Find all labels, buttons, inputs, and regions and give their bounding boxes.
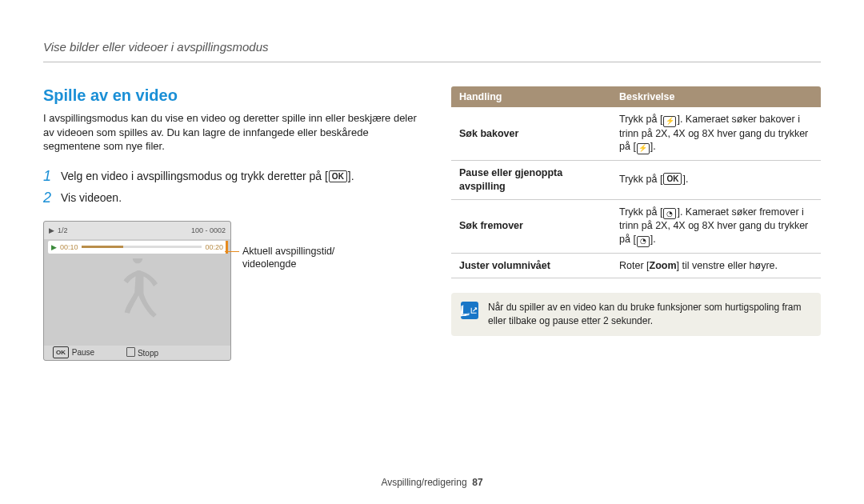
note-box: Når du spiller av en video kan du bruke … [451,293,821,336]
section-title: Spille av en video [43,86,419,105]
play-icon: ▶ [51,243,57,251]
thumb-right-info: 100 - 0002 [191,226,226,234]
th-beskrivelse: Beskrivelse [611,86,821,107]
thumb-topbar: ▶ 1/2 100 - 0002 [44,222,230,239]
flash-icon: ⚡ [663,116,676,127]
step-1-text-b: ]. [348,170,354,182]
table-row: Søk bakover Trykk på [⚡]. Kameraet søker… [451,107,821,160]
step-1-text-a: Velg en video i avspillingsmodus og tryk… [61,170,328,182]
frag: Trykk på [ [619,174,662,185]
footer-page-num: 87 [472,477,482,488]
desc-cell: Trykk på [◔]. Kameraet søker fremover i … [611,199,821,253]
ok-icon: OK [53,346,69,358]
footer-label: Avspilling/redigering [381,477,466,488]
frag: ]. [650,234,656,245]
frag: ]. [650,141,656,152]
desc-cell: Trykk på [⚡]. Kameraet søker bakover i t… [611,107,821,160]
action-cell: Søk bakover [451,107,611,160]
ok-icon: OK [663,173,682,185]
step-2-num: 2 [43,190,61,206]
frag: Roter [ [619,260,650,271]
frag: Trykk på [ [619,206,662,218]
flash-icon: ⚡ [637,143,650,154]
page-footer: Avspilling/redigering 87 [0,477,864,488]
note-text: Når du spiller av en video kan du bruke … [488,301,811,328]
video-thumbnail: ▶ 1/2 100 - 0002 ▶ 00:10 00:20 [43,221,231,361]
trash-icon [126,347,135,357]
actions-table: Handling Beskrivelse Søk bakover Trykk p… [451,86,821,278]
step-1: 1 Velg en video i avspillingsmodus og tr… [43,168,419,185]
thumb-time-right: 00:20 [205,243,223,251]
th-handling: Handling [451,86,611,107]
step-1-num: 1 [43,168,61,185]
thumb-count: 1/2 [58,226,68,234]
timer-icon: ◔ [663,208,676,219]
action-cell: Søk fremover [451,199,611,253]
ok-icon: OK [329,170,347,182]
thumb-time-left: 00:10 [60,243,78,251]
thumb-bottom-bar: OK Pause Stopp [44,346,230,360]
thumb-body [72,254,202,344]
note-icon [461,302,478,319]
intro-text: I avspillingsmodus kan du vise en video … [43,111,419,154]
caption-line-2: videolengde [242,258,334,270]
page-count-icon: ▶ [49,226,54,234]
frag: Trykk på [ [619,114,662,125]
step-2: 2 Vis videoen. [43,190,419,206]
thumb-progress-strip: ▶ 00:10 00:20 [48,241,226,254]
caption-line-1: Aktuell avspillingstid/ [242,245,334,258]
table-row: Pause eller gjenoppta avspilling Trykk p… [451,160,821,199]
page-header: Vise bilder eller videoer i avspillingsm… [43,40,821,62]
desc-cell: Trykk på [OK]. [611,160,821,199]
desc-cell: Roter [Zoom] til venstre eller høyre. [611,253,821,278]
step-2-text: Vis videoen. [61,191,122,204]
action-cell: Juster volumnivået [451,253,611,278]
thumb-stop-label: Stopp [138,349,158,358]
zoom-bold: Zoom [650,260,677,271]
table-row: Juster volumnivået Roter [Zoom] til vens… [451,253,821,278]
frag: ] til venstre eller høyre. [677,260,778,271]
thumb-pause-label: Pause [72,348,94,357]
step-1-text: Velg en video i avspillingsmodus og tryk… [61,170,354,182]
table-row: Søk fremover Trykk på [◔]. Kameraet søke… [451,199,821,253]
timer-icon: ◔ [637,236,650,247]
progress-bar [82,246,202,248]
action-cell: Pause eller gjenoppta avspilling [451,160,611,199]
frag: ]. [682,174,688,185]
dancer-silhouette-icon [106,258,170,338]
thumb-caption: Aktuell avspillingstid/ videolengde [242,221,334,361]
